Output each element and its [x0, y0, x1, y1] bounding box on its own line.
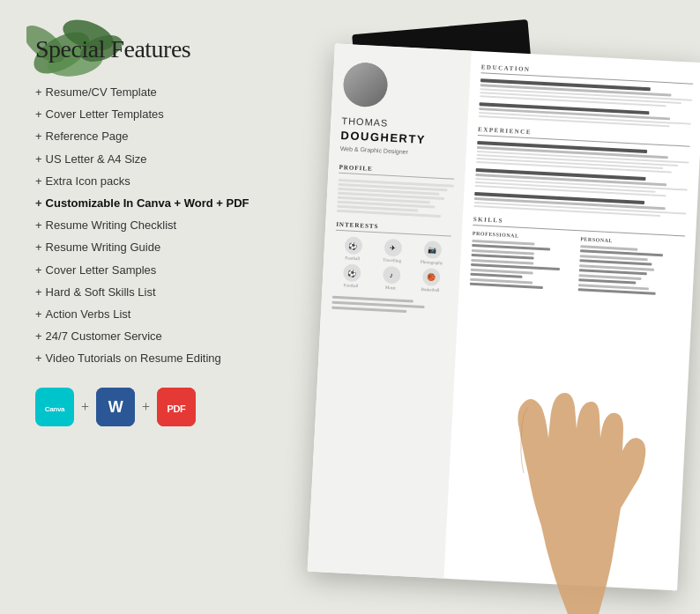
profile-label: PROFILE [339, 164, 454, 180]
skills-section: SKILLS PROFESSIONAL [470, 216, 686, 300]
feature-item-3: +Reference Page [35, 129, 256, 144]
feature-item-7: +Resume Writing Checklist [35, 218, 256, 233]
feature-item-5: +Extra Icon packs [35, 174, 256, 189]
profile-line-8 [337, 210, 441, 218]
feature-item-9: +Cover Letter Samples [35, 263, 256, 278]
svg-text:Canva: Canva [45, 405, 65, 413]
interest-item-1: ✈ Travelling [374, 238, 411, 263]
personal-skills: PERSONAL [577, 236, 685, 299]
feature-item-4: +US Letter & A4 Size [35, 152, 256, 167]
professional-skills: PROFESSIONAL [470, 231, 577, 293]
canva-badge: Canva [35, 388, 74, 426]
plus-separator-2: + [142, 399, 150, 415]
plus-separator-1: + [81, 399, 89, 415]
contact-line-3 [331, 307, 406, 313]
interest-item-5: 🏀 Basketball [412, 268, 449, 293]
interest-item-4: ♪ Music [372, 265, 409, 291]
left-panel: Special Features +Resume/CV Template+Cov… [0, 0, 282, 614]
resume-photo [342, 62, 389, 108]
right-panel: THOMAS DOUGHERTY Web & Graphic Designer … [277, 0, 700, 614]
features-list: +Resume/CV Template+Cover Letter Templat… [35, 85, 256, 366]
feature-item-2: +Cover Letter Templates [35, 107, 256, 122]
interest-item-3: ⚽ Football [333, 263, 370, 289]
interest-item-0: ⚽ Football [334, 236, 371, 262]
interest-item-2: 📷 Photography [413, 240, 451, 266]
svg-text:PDF: PDF [168, 403, 187, 414]
interests-grid: ⚽ Football ✈ Travelling 📷 Photography ⚽ … [333, 236, 451, 293]
skills-grid: PROFESSIONAL [470, 231, 685, 300]
pdf-badge: PDF [157, 388, 196, 426]
feature-item-13: +Video Tutorials on Resume Editing [35, 351, 256, 366]
feature-item-6: +Customizable In Canva + Word + PDF [35, 196, 256, 211]
interests-label: INTERESTS [336, 221, 451, 237]
feature-item-8: +Resume Writing Guide [35, 240, 256, 255]
feature-item-1: +Resume/CV Template [35, 85, 256, 100]
svg-text:W: W [108, 398, 123, 416]
feature-item-10: +Hard & Soft Skills List [35, 285, 256, 300]
feature-item-11: +Action Verbs List [35, 307, 256, 322]
tool-badges: Canva + W + PDF [35, 388, 256, 426]
section-title: Special Features [35, 35, 256, 63]
feature-item-12: +24/7 Customer Service [35, 329, 256, 344]
hand-illustration [391, 350, 700, 614]
experience-section: EXPERIENCE [473, 126, 689, 218]
word-badge: W [96, 388, 135, 426]
education-section: EDUCATION [479, 63, 694, 129]
